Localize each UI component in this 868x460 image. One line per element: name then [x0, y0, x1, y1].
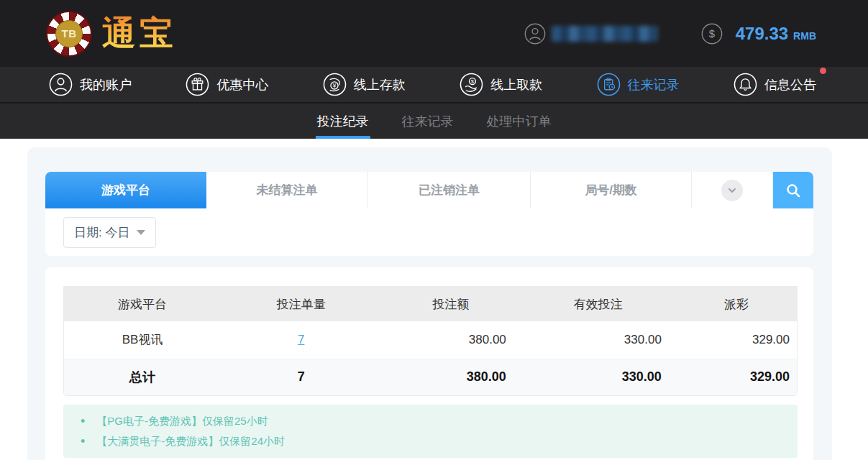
logo-badge: TB — [55, 20, 83, 47]
chevron-circle — [721, 180, 743, 201]
records-icon — [597, 73, 621, 96]
site-logo[interactable]: TB 通宝 — [46, 11, 177, 57]
poker-chip-logo-icon: TB — [46, 11, 92, 57]
withdraw-icon: $ — [460, 73, 483, 96]
total-bet-count: 7 — [221, 359, 381, 395]
dollar-coin-icon: $ — [701, 23, 723, 45]
bullet-icon: • — [81, 431, 85, 451]
column-header-payout: 派彩 — [676, 287, 797, 321]
bet-count-link[interactable]: 7 — [298, 333, 304, 346]
bets-summary-table: 游戏平台 投注单量 投注额 有效投注 派彩 BB视讯 7 380.00 330.… — [63, 286, 798, 396]
retention-notes: • 【PG电子-免费游戏】仅保留25小时 • 【大满贯电子-免费游戏】仅保留24… — [63, 405, 798, 458]
tab-cancelled-bets[interactable]: 已注销注单 — [368, 172, 531, 208]
nav-item-deposit[interactable]: ¥ 线上存款 — [323, 73, 406, 96]
top-header: TB 通宝 $ 479.33 RMB — [0, 0, 868, 67]
column-header-valid-bet: 有效投注 — [521, 287, 676, 321]
cell-platform: BB视讯 — [64, 321, 221, 359]
date-filter-label: 日期: 今日 — [74, 224, 129, 241]
results-panel: 游戏平台 投注单量 投注额 有效投注 派彩 BB视讯 7 380.00 330.… — [45, 267, 813, 460]
svg-text:$: $ — [471, 78, 475, 85]
total-payout: 329.00 — [676, 359, 797, 395]
notification-dot — [820, 68, 826, 74]
nav-item-announcements[interactable]: 信息公告 — [734, 73, 816, 96]
content-card: 游戏平台 未结算注单 已注销注单 局号/期数 日期: 今日 — [27, 147, 832, 460]
tab-round-number[interactable]: 局号/期数 — [531, 172, 692, 208]
total-valid-bet: 330.00 — [521, 359, 676, 395]
nav-item-transaction-records[interactable]: 往来记录 — [597, 73, 680, 96]
gift-icon — [186, 73, 209, 96]
note-item: • 【PG电子-免费游戏】仅保留25小时 — [63, 411, 798, 431]
main-nav: 我的账户 优惠中心 ¥ 线上存款 $ 线上取款 — [0, 67, 868, 102]
svg-text:¥: ¥ — [332, 83, 336, 89]
sub-nav: 投注纪录 往来记录 处理中订单 — [0, 102, 868, 139]
expand-options-button[interactable] — [692, 172, 773, 208]
cell-valid-bet: 330.00 — [521, 321, 676, 359]
subnav-item-bet-records[interactable]: 投注纪录 — [316, 104, 370, 139]
balance-display[interactable]: 479.33 RMB — [736, 24, 816, 44]
total-label: 总计 — [64, 359, 221, 395]
nav-item-withdraw[interactable]: $ 线上取款 — [460, 73, 542, 96]
column-header-bet-amount: 投注额 — [381, 287, 521, 321]
search-tabs: 游戏平台 未结算注单 已注销注单 局号/期数 — [45, 172, 813, 208]
nav-label: 线上存款 — [354, 76, 406, 93]
note-text: 【PG电子-免费游戏】仅保留25小时 — [96, 411, 268, 431]
username-blurred[interactable] — [552, 26, 658, 42]
table-header: 游戏平台 投注单量 投注额 有效投注 派彩 — [64, 287, 797, 321]
nav-label: 我的账户 — [80, 76, 132, 93]
nav-label: 优惠中心 — [216, 76, 268, 93]
date-filter-row: 日期: 今日 — [45, 208, 813, 256]
profile-icon[interactable] — [524, 23, 546, 45]
deposit-icon: ¥ — [323, 73, 347, 96]
search-button[interactable] — [773, 172, 813, 208]
note-text: 【大满贯电子-免费游戏】仅保留24小时 — [96, 431, 285, 451]
tab-game-platform[interactable]: 游戏平台 — [45, 172, 206, 208]
bullet-icon: • — [81, 411, 85, 431]
nav-item-my-account[interactable]: 我的账户 — [49, 73, 132, 96]
tab-unsettled-bets[interactable]: 未结算注单 — [206, 172, 368, 208]
chevron-down-icon — [727, 185, 737, 196]
column-header-platform: 游戏平台 — [64, 287, 221, 321]
bell-icon — [734, 73, 757, 96]
nav-label: 往来记录 — [628, 76, 680, 93]
column-header-bet-count: 投注单量 — [221, 287, 381, 321]
subnav-item-pending-orders[interactable]: 处理中订单 — [485, 104, 553, 139]
search-panel: 游戏平台 未结算注单 已注销注单 局号/期数 日期: 今日 — [45, 172, 813, 256]
subnav-item-transaction-records[interactable]: 往来记录 — [401, 104, 455, 139]
balance-amount: 479.33 — [736, 24, 788, 44]
note-item: • 【大满贯电子-免费游戏】仅保留24小时 — [63, 431, 798, 451]
nav-label: 信息公告 — [764, 76, 816, 93]
caret-down-icon — [137, 230, 145, 235]
date-filter-dropdown[interactable]: 日期: 今日 — [63, 217, 156, 248]
nav-label: 线上取款 — [490, 76, 542, 93]
total-bet-amount: 380.00 — [381, 359, 521, 395]
balance-currency: RMB — [793, 30, 816, 42]
nav-item-promotions[interactable]: 优惠中心 — [186, 73, 268, 96]
table-row: BB视讯 7 380.00 330.00 329.00 — [64, 321, 797, 359]
user-area: $ 479.33 RMB — [524, 23, 816, 45]
user-icon — [49, 73, 73, 96]
cell-bet-amount: 380.00 — [381, 321, 521, 359]
svg-text:$: $ — [709, 27, 716, 40]
site-title: 通宝 — [102, 11, 177, 56]
search-icon — [785, 182, 802, 199]
cell-payout: 329.00 — [676, 321, 797, 359]
table-total-row: 总计 7 380.00 330.00 329.00 — [64, 359, 797, 395]
